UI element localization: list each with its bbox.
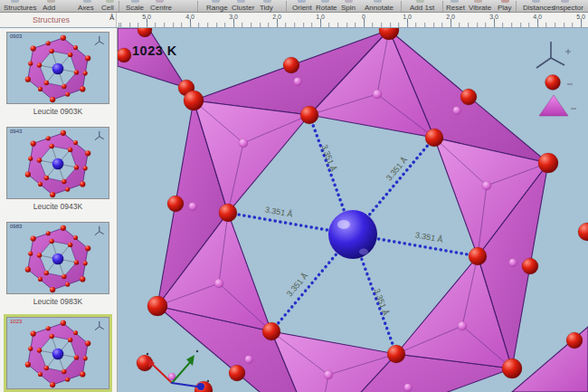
toolbar-button-add[interactable]: Add: [43, 3, 55, 13]
toolbar-separator: [442, 1, 443, 12]
legend-plus-mark: [565, 49, 571, 54]
toolbar-button-spin[interactable]: Spin: [341, 3, 356, 13]
thumbnail-image: [6, 222, 109, 294]
toolbar-button-annotate[interactable]: Annotate: [365, 3, 394, 13]
toolbar-button-range[interactable]: Range: [206, 3, 228, 13]
legend-oxygen-sphere-icon[interactable]: [545, 75, 561, 91]
toolbar-button-scale[interactable]: Scale: [126, 3, 144, 13]
app-window: { "toolbar": { "items": ["Structures","A…: [0, 0, 588, 392]
structure-thumbnail[interactable]: 0983 Leucite 0983K: [6, 222, 109, 306]
structure-canvas[interactable]: 3.351 Å 3.351 Å 3.351 Å 3.351 Å 3.351 Å …: [118, 28, 588, 392]
sidebar-header: Structures: [0, 13, 117, 27]
ruler-tick-label: 1.0: [316, 14, 325, 20]
toolbar-button-distances[interactable]: Distances: [523, 3, 555, 13]
toolbar: Structures Add Axes Cell Scale Centre Ra…: [0, 0, 588, 13]
toolbar-button-axes[interactable]: Axes: [78, 3, 94, 13]
thumbnail-caption: Leucite 0983K: [6, 297, 109, 306]
ruler-tick-label: 3.0: [229, 14, 238, 20]
distance-label: 3.351 Å: [285, 271, 310, 298]
thumbnail-temperature-badge: 0983: [10, 224, 22, 229]
toolbar-button-add-1st[interactable]: Add 1st: [410, 3, 434, 13]
temperature-annotation[interactable]: 1023 K: [132, 43, 177, 58]
potassium-atom[interactable]: [328, 210, 377, 259]
ruler-tick-label: 4.0: [533, 14, 542, 20]
toolbar-separator: [516, 1, 517, 12]
ruler-tick-label: 4.0: [185, 14, 194, 20]
thumbnail-temperature-badge: 0903: [10, 33, 22, 39]
toolbar-button-vibrate[interactable]: Vibrate: [469, 3, 491, 13]
distance-label: 3.351 Å: [384, 155, 410, 182]
toolbar-button-rotate[interactable]: Rotate: [316, 3, 337, 13]
thumbnail-caption: Leucite 0943K: [6, 202, 109, 211]
toolbar-separator: [197, 1, 198, 12]
thumbnail-temperature-badge: 1023: [10, 319, 22, 324]
distance-label: 3.351 Å: [414, 230, 443, 244]
structure-thumbnail[interactable]: 0903 Leucite 0903K: [6, 32, 109, 116]
thumbnail-temperature-badge: 0943: [10, 129, 22, 134]
subbar: Structures Å 5.0 4.0 3.0 2.0 1.0 0 1.0 2…: [0, 13, 588, 28]
ruler-tick-label: 1.0: [403, 14, 412, 20]
orientation-star-icon[interactable]: [536, 42, 564, 68]
ruler-unit: Å: [109, 14, 114, 22]
toolbar-button-structures[interactable]: Structures: [4, 3, 36, 13]
distance-label: 3.351 Å: [320, 143, 338, 173]
toolbar-button-cell[interactable]: Cell: [101, 3, 114, 13]
ruler-tick-label: 2.0: [272, 14, 281, 20]
thumbnail-image: [6, 32, 109, 104]
toolbar-separator: [401, 1, 402, 12]
ruler-tick-label: 0: [362, 14, 365, 20]
ruler-tick-label: 5.0: [576, 14, 585, 20]
toolbar-button-cluster[interactable]: Cluster: [232, 3, 254, 13]
horizontal-ruler: Å 5.0 4.0 3.0 2.0 1.0 0 1.0 2.0 3.0 4.0 …: [118, 13, 588, 27]
thumbnail-caption: Leucite 0903K: [6, 107, 109, 116]
ruler-tick-label: 5.0: [142, 14, 151, 20]
toolbar-button-centre[interactable]: Centre: [150, 3, 172, 13]
sidebar-header-label[interactable]: Structures: [33, 15, 70, 24]
structure-thumbnail-selected[interactable]: 1023: [6, 317, 109, 389]
ruler-tick-label: 2.0: [446, 14, 455, 20]
legend[interactable]: [536, 42, 576, 116]
thumbnail-image: [6, 317, 109, 389]
toolbar-separator: [119, 1, 119, 12]
legend-tetrahedron-icon[interactable]: [539, 95, 568, 116]
toolbar-button-play[interactable]: Play: [498, 3, 512, 13]
toolbar-button-inspector[interactable]: Inspector: [554, 3, 583, 13]
thumbnail-image: [6, 127, 109, 199]
structures-sidebar[interactable]: 0903 Leucite 0903K 0943 Leucite 0943K 09…: [0, 28, 118, 392]
distance-label: 3.351 Å: [264, 205, 293, 218]
structure-thumbnail[interactable]: 0943 Leucite 0943K: [6, 127, 109, 211]
distance-label: 3.351 Å: [373, 287, 391, 317]
ruler-tick-label: 3.0: [489, 14, 498, 20]
view-axes-icon[interactable]: [146, 350, 209, 390]
toolbar-button-reset[interactable]: Reset: [446, 3, 465, 13]
toolbar-button-tidy[interactable]: Tidy: [260, 3, 273, 13]
toolbar-button-orient[interactable]: Orient: [292, 3, 312, 13]
toolbar-separator: [286, 1, 287, 12]
